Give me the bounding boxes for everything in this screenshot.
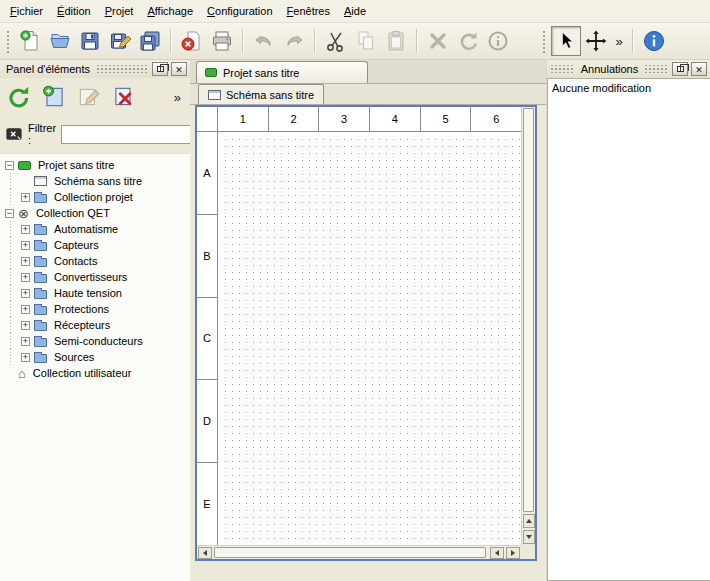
tab-projet-sans-titre[interactable]: Projet sans titre: [196, 61, 368, 83]
dock-drag-handle[interactable]: [644, 65, 669, 73]
dock-close-button[interactable]: [171, 62, 187, 76]
reload-collections-button[interactable]: [4, 82, 34, 112]
undo-button[interactable]: [249, 26, 279, 56]
new-element-button[interactable]: [39, 82, 69, 112]
element-info-button[interactable]: [483, 26, 513, 56]
pan-tool-button[interactable]: [581, 26, 611, 56]
info-icon: [486, 29, 510, 53]
horizontal-scrollbar[interactable]: [197, 545, 521, 559]
vertical-scrollbar-thumb[interactable]: [523, 108, 534, 512]
schema-icon: [34, 176, 47, 186]
tab-schema-sans-titre[interactable]: Schéma sans titre: [198, 84, 324, 104]
print-button[interactable]: [207, 26, 237, 56]
edit-element-button[interactable]: [74, 82, 104, 112]
scroll-left-button[interactable]: [198, 547, 212, 559]
menu-configuration[interactable]: Configuration: [200, 2, 279, 21]
close-file-button[interactable]: [177, 26, 207, 56]
close-icon: [175, 63, 183, 75]
save-as-button[interactable]: [105, 26, 135, 56]
tree-item-collection-projet[interactable]: Collection projet: [0, 189, 190, 205]
dock-close-button[interactable]: [691, 62, 707, 76]
tree-item-capteurs[interactable]: Capteurs: [0, 237, 190, 253]
toolbar-drag-handle[interactable]: [541, 29, 547, 53]
rotate-icon: [456, 29, 480, 53]
dock-drag-handle[interactable]: [550, 65, 575, 73]
ruler-column-label: 1: [218, 107, 269, 131]
scroll-down-button[interactable]: [523, 530, 535, 544]
save-button[interactable]: [75, 26, 105, 56]
tree-item-schema-sans-titre[interactable]: Schéma sans titre: [0, 173, 190, 189]
tree-item-label: Collection projet: [52, 190, 135, 204]
expand-icon[interactable]: [21, 305, 30, 314]
expand-icon[interactable]: [21, 241, 30, 250]
scroll-left-button[interactable]: [490, 547, 504, 559]
clear-filter-button[interactable]: [5, 126, 23, 142]
expand-icon[interactable]: [21, 225, 30, 234]
tree-item-collection-utilisateur[interactable]: Collection utilisateur: [0, 365, 190, 381]
select-tool-button[interactable]: [551, 26, 581, 56]
elements-toolbar-overflow-button[interactable]: »: [174, 90, 181, 105]
expand-icon[interactable]: [21, 337, 30, 346]
tree-item-projet-sans-titre[interactable]: Projet sans titre: [0, 157, 190, 173]
redo-icon: [282, 29, 306, 53]
tree-item-collection-qet[interactable]: Collection QET: [0, 205, 190, 221]
folder-icon: [34, 338, 47, 347]
about-button[interactable]: [639, 26, 669, 56]
open-project-button[interactable]: [45, 26, 75, 56]
reload-icon: [6, 84, 32, 110]
toolbar-overflow-button[interactable]: »: [611, 26, 627, 56]
toolbar-drag-handle[interactable]: [5, 29, 11, 53]
expand-icon[interactable]: [21, 321, 30, 330]
elements-panel-titlebar[interactable]: Panel d'éléments: [0, 60, 190, 78]
about-info-icon: [642, 29, 666, 53]
expand-icon[interactable]: [21, 353, 30, 362]
ruler-column-label: 5: [421, 107, 472, 131]
expand-icon[interactable]: [21, 273, 30, 282]
menu-fenetres[interactable]: Fenêtres: [280, 2, 337, 21]
undo-history-title: Annulations: [578, 63, 642, 75]
expand-icon[interactable]: [21, 289, 30, 298]
undo-history-list[interactable]: Aucune modification: [547, 78, 710, 581]
tree-item-label: Contacts: [52, 254, 99, 268]
tree-item-haute-tension[interactable]: Haute tension: [0, 285, 190, 301]
dock-drag-handle[interactable]: [96, 65, 149, 73]
tree-item-sources[interactable]: Sources: [0, 349, 190, 365]
scroll-up-button[interactable]: [523, 514, 535, 528]
expand-icon[interactable]: [21, 193, 30, 202]
rotate-button[interactable]: [453, 26, 483, 56]
menu-affichage[interactable]: Affichage: [140, 2, 200, 21]
save-all-icon: [138, 29, 162, 53]
cut-button[interactable]: [321, 26, 351, 56]
collapse-icon[interactable]: [5, 161, 14, 170]
tree-item-recepteurs[interactable]: Récepteurs: [0, 317, 190, 333]
tree-item-convertisseurs[interactable]: Convertisseurs: [0, 269, 190, 285]
undo-history-titlebar[interactable]: Annulations: [547, 60, 710, 78]
expand-icon[interactable]: [21, 257, 30, 266]
menu-edition[interactable]: Édition: [50, 2, 98, 21]
tree-item-automatisme[interactable]: Automatisme: [0, 221, 190, 237]
scroll-right-button[interactable]: [506, 547, 520, 559]
redo-button[interactable]: [279, 26, 309, 56]
tree-item-semi-conducteurs[interactable]: Semi-conducteurs: [0, 333, 190, 349]
menu-aide[interactable]: Aide: [337, 2, 373, 21]
filter-input[interactable]: [61, 125, 211, 144]
collapse-icon[interactable]: [5, 209, 14, 218]
new-project-button[interactable]: [15, 26, 45, 56]
horizontal-scrollbar-thumb[interactable]: [214, 547, 486, 558]
delete-element-button[interactable]: [109, 82, 139, 112]
menu-projet[interactable]: Projet: [98, 2, 141, 21]
tree-item-contacts[interactable]: Contacts: [0, 253, 190, 269]
copy-button[interactable]: [351, 26, 381, 56]
paste-button[interactable]: [381, 26, 411, 56]
tree-item-protections[interactable]: Protections: [0, 301, 190, 317]
dock-float-button[interactable]: [152, 62, 168, 76]
tree-item-label: Sources: [52, 350, 96, 364]
delete-button[interactable]: [423, 26, 453, 56]
save-all-button[interactable]: [135, 26, 165, 56]
schema-canvas[interactable]: [219, 133, 521, 545]
vertical-scrollbar[interactable]: [521, 107, 535, 545]
dock-float-button[interactable]: [672, 62, 688, 76]
menu-fichier[interactable]: Fichier: [3, 2, 50, 21]
project-tab-label: Projet sans titre: [223, 67, 299, 79]
tree-item-label: Récepteurs: [52, 318, 112, 332]
